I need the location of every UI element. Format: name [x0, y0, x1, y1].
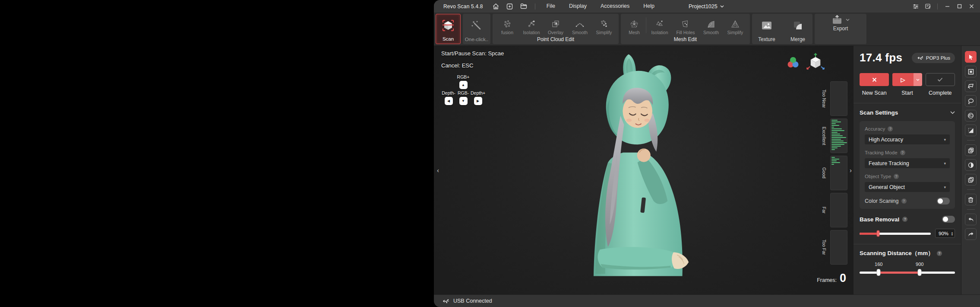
quick-settings-icon[interactable] — [910, 2, 921, 11]
collapse-left-chevron[interactable]: ‹ — [437, 166, 439, 174]
mesh-smooth-label: Smooth — [703, 30, 719, 35]
rgb-minus-button[interactable]: ▼ — [459, 97, 468, 105]
home-icon[interactable] — [491, 2, 501, 11]
frames-label: Frames: — [817, 277, 837, 283]
rgb-channels-icon[interactable] — [787, 56, 800, 71]
minimize-button[interactable] — [942, 2, 952, 11]
project-dropdown[interactable]: Project1025 — [689, 0, 724, 13]
help-icon[interactable]: ? — [894, 174, 899, 179]
complete-button[interactable] — [926, 73, 955, 86]
overlay-label: Overlay — [548, 30, 563, 35]
scan-settings-title: Scan Settings — [860, 109, 898, 116]
feedback-note-icon[interactable] — [923, 2, 933, 11]
texture-button[interactable]: Texture — [753, 15, 781, 44]
scanning-distance-max-thumb[interactable] — [918, 269, 922, 276]
object-type-select[interactable]: General Object ▾ — [865, 182, 950, 192]
accuracy-select[interactable]: High Accuracy ▾ — [865, 134, 950, 144]
start-dropdown[interactable] — [914, 73, 922, 86]
object-type-value: General Object — [869, 184, 905, 190]
maximize-button[interactable] — [954, 2, 964, 11]
fusion-button[interactable]: fusion — [495, 15, 519, 36]
texture-label: Texture — [758, 36, 775, 44]
titlebar-divider — [937, 3, 938, 10]
new-scan-label: New Scan — [862, 90, 887, 96]
collapse-right-chevron[interactable]: › — [850, 166, 852, 174]
device-name: POP3 Plus — [926, 55, 950, 61]
help-icon[interactable]: ? — [937, 251, 942, 256]
base-removal-slider-thumb[interactable] — [877, 230, 879, 237]
scanning-distance-slider[interactable] — [860, 269, 955, 276]
base-removal-slider[interactable] — [860, 230, 931, 237]
copy-selection-tool[interactable] — [965, 174, 977, 185]
menu-help[interactable]: Help — [638, 0, 660, 13]
gauge-label-good: Good — [820, 156, 828, 190]
menu-accessories[interactable]: Accessories — [595, 0, 635, 13]
select-all-tool[interactable] — [965, 144, 977, 156]
spin-down-icon[interactable]: ▾ — [952, 233, 953, 236]
start-label: Start — [901, 90, 913, 96]
scanning-distance-min-thumb[interactable] — [877, 269, 881, 276]
gauge-panel-excellent — [830, 118, 847, 153]
help-icon[interactable]: ? — [901, 198, 907, 204]
help-icon[interactable]: ? — [900, 150, 905, 155]
accuracy-value: High Accuracy — [869, 137, 903, 143]
fill-holes-button[interactable]: Fill Holes — [672, 15, 699, 36]
depth-plus-button[interactable]: ▶ — [474, 97, 482, 105]
invert-select-tool[interactable] — [965, 159, 977, 171]
redo-tool[interactable] — [965, 228, 977, 240]
scanned-model — [576, 49, 706, 283]
mesh-simplify-button[interactable]: Simplify — [723, 15, 747, 36]
delete-selection-tool[interactable] — [965, 194, 977, 205]
rgb-plus-button[interactable]: ▲ — [459, 81, 468, 89]
color-scanning-toggle[interactable] — [937, 198, 950, 205]
undo-tool[interactable] — [965, 214, 977, 225]
scan-viewport[interactable]: Start/Pause Scan: Spcae Cancel: ESC RGB+… — [434, 46, 853, 294]
scan-mode-button[interactable]: Scan — [436, 14, 461, 44]
start-button[interactable]: ▷ — [892, 73, 922, 86]
plane-select-tool[interactable] — [965, 125, 977, 136]
fusion-icon — [503, 19, 512, 29]
lasso-select-tool[interactable] — [965, 95, 977, 107]
export-group: Export — [815, 14, 866, 44]
usb-status: USB Connected — [453, 298, 492, 304]
base-removal-toggle[interactable] — [942, 216, 955, 223]
scan-label: Scan — [443, 36, 454, 44]
polygon-select-tool[interactable] — [965, 80, 977, 92]
one-click-button[interactable]: One-click.. — [463, 14, 490, 44]
menu-display[interactable]: Display — [564, 0, 592, 13]
gauge-panel-far — [830, 193, 847, 227]
frames-value: 0 — [840, 272, 846, 285]
pc-isolation-button[interactable]: Isolation — [519, 15, 544, 36]
mesh-isolation-button[interactable]: Isolation — [647, 15, 672, 36]
device-badge[interactable]: POP3 Plus — [912, 53, 955, 63]
export-button[interactable]: Export — [817, 15, 864, 33]
chevron-down-icon — [950, 111, 955, 114]
orientation-cube-icon[interactable] — [806, 53, 825, 74]
mesh-button[interactable]: Mesh — [623, 15, 645, 36]
menu-file[interactable]: File — [541, 0, 560, 13]
new-project-icon[interactable] — [505, 2, 515, 11]
depth-minus-button[interactable]: ◀ — [445, 97, 453, 105]
new-scan-button[interactable] — [860, 73, 889, 86]
pc-smooth-button[interactable]: Smooth — [568, 15, 592, 36]
play-icon[interactable]: ▷ — [892, 73, 913, 86]
rect-select-tool[interactable] — [965, 66, 977, 77]
sphere-select-tool[interactable] — [965, 110, 977, 122]
merge-button[interactable]: Merge — [784, 15, 812, 44]
pc-simplify-button[interactable]: Simplify — [592, 15, 616, 36]
help-icon[interactable]: ? — [902, 217, 907, 222]
mesh-smooth-button[interactable]: Smooth — [699, 15, 723, 36]
chevron-down-icon — [916, 79, 920, 81]
window-controls — [910, 0, 977, 13]
scan-settings-header[interactable]: Scan Settings — [860, 109, 955, 116]
tracking-mode-label: Tracking Mode — [865, 150, 898, 155]
tracking-mode-select[interactable]: Feature Tracking ▾ — [865, 158, 950, 168]
close-button[interactable] — [966, 2, 977, 11]
strip-divider — [967, 209, 975, 210]
cursor-tool[interactable] — [965, 51, 977, 63]
help-icon[interactable]: ? — [888, 126, 893, 131]
base-removal-spinbox[interactable]: 90% ▴ ▾ — [935, 229, 955, 238]
overlay-icon — [551, 19, 560, 29]
overlay-button[interactable]: Overlay — [544, 15, 568, 36]
open-project-icon[interactable] — [518, 2, 529, 11]
